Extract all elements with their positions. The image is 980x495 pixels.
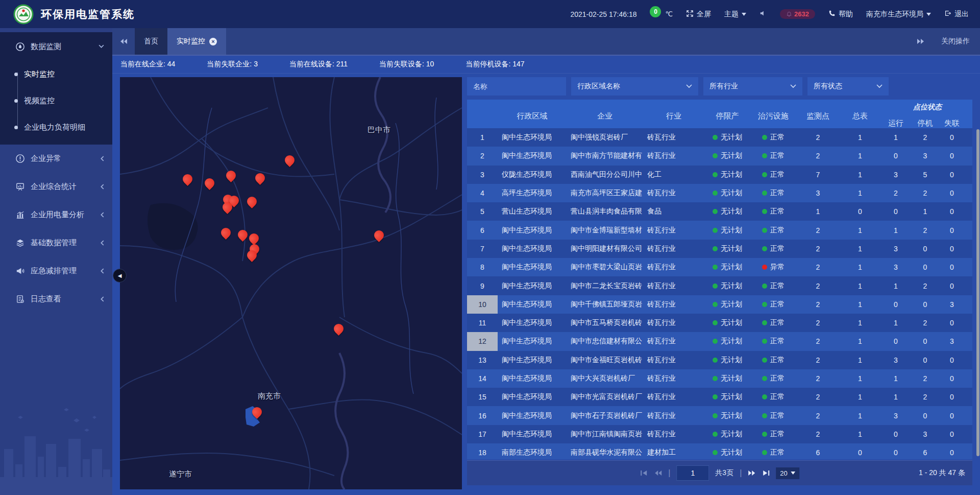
cell-points: 2 <box>796 332 840 350</box>
region-filter-select[interactable]: 行政区域名称 <box>571 77 698 96</box>
cell-company: 阆中市石子页岩机砖厂 <box>567 406 643 425</box>
next-page-button[interactable] <box>748 470 756 476</box>
cell-lost: 3 <box>939 295 965 314</box>
cell-lost: 0 <box>939 369 965 388</box>
map-city-label: 巴中市 <box>368 125 390 135</box>
table-row[interactable]: 4高坪生态环境局南充市高坪区王家店建砖瓦行业无计划正常31220 <box>467 184 972 202</box>
cell-company: 营山县润丰肉食品有限 <box>567 202 643 221</box>
cell-region: 阆中生态环境局 <box>498 314 567 332</box>
cell-stop-status: 无计划 <box>704 351 750 369</box>
table-row[interactable]: 5营山生态环境局营山县润丰肉食品有限食品无计划正常10010 <box>467 202 972 221</box>
table-row[interactable]: 13阆中生态环境局阆中市金福旺页岩机砖砖瓦行业无计划正常21300 <box>467 351 972 369</box>
name-filter-input[interactable] <box>467 77 566 96</box>
table-row[interactable]: 12阆中生态环境局阆中市忠信建材有限公砖瓦行业无计划正常21003 <box>467 332 972 350</box>
cell-company: 阆中千佛镇五郎垭页岩 <box>567 295 643 314</box>
table-row[interactable]: 15阆中生态环境局阆中市光富页岩机砖厂砖瓦行业无计划正常21120 <box>467 388 972 406</box>
fullscreen-button[interactable]: 全屏 <box>686 10 711 19</box>
close-icon[interactable]: × <box>209 38 217 45</box>
close-operations-button[interactable]: 关闭操作 <box>941 37 970 46</box>
row-number: 11 <box>467 314 498 332</box>
tab-home[interactable]: 首页 <box>135 28 167 55</box>
header-group-point-status: 点位状态 <box>887 103 968 112</box>
row-number: 6 <box>467 221 498 239</box>
help-button[interactable]: 帮助 <box>828 10 853 19</box>
status-filter-select[interactable]: 所有状态 <box>807 77 889 96</box>
first-page-button[interactable] <box>640 470 648 476</box>
status-dot-icon <box>762 376 767 381</box>
cell-stop-status: 无计划 <box>704 221 750 239</box>
sidebar-item-power-load-detail[interactable]: 企业电力负荷明细 <box>0 114 112 140</box>
table-row[interactable]: 16阆中生态环境局阆中市石子页岩机砖厂砖瓦行业无计划正常21300 <box>467 406 972 425</box>
table-scrollbar[interactable] <box>976 129 979 456</box>
tabs-scroll-left-button[interactable] <box>112 28 135 55</box>
sidebar-group-data-monitoring[interactable]: 数据监测 <box>0 32 112 61</box>
sidebar-group-log-view[interactable]: 日志查看 <box>0 285 112 313</box>
notification-badge[interactable]: 2632 <box>780 9 815 19</box>
main-area: 数据监测实时监控视频监控企业电力负荷明细企业异常企业综合统计企业用电量分析基础数… <box>0 28 980 495</box>
table-row[interactable]: 3仪陇生态环境局西南油气田分公司川中化工无计划正常71350 <box>467 166 972 184</box>
table-row[interactable]: 10阆中生态环境局阆中千佛镇五郎垭页岩砖瓦行业无计划正常21003 <box>467 295 972 314</box>
cell-lost: 0 <box>939 276 965 295</box>
table-row[interactable]: 17阆中生态环境局阆中市江南镇阆南页岩砖瓦行业无计划正常21030 <box>467 425 972 443</box>
status-dot-icon <box>713 246 718 251</box>
pagination-bar: | 共3页 | 20 <box>467 460 972 485</box>
sidebar-group-enterprise-stats[interactable]: 企业综合统计 <box>0 173 112 201</box>
cell-stop-status: 无计划 <box>704 276 750 295</box>
sidebar-item-realtime-monitoring[interactable]: 实时监控 <box>0 61 112 87</box>
table-row[interactable]: 18南部生态环境局南部县砚华水泥有限公建材加工无计划正常60060 <box>467 443 972 459</box>
tabs-scroll-right-button[interactable] <box>910 38 932 44</box>
right-panel: 行政区域名称 所有行业 所有状态 <box>467 77 972 495</box>
org-menu[interactable]: 南充市生态环境局 <box>866 10 931 19</box>
table-row[interactable]: 14阆中生态环境局阆中大兴页岩机砖厂砖瓦行业无计划正常21120 <box>467 369 972 388</box>
mute-button[interactable] <box>760 10 767 18</box>
row-number: 13 <box>467 351 498 369</box>
cell-run: 1 <box>880 276 911 295</box>
table-row[interactable]: 8阆中生态环境局阆中市枣碧大梁山页岩砖瓦行业无计划异常21300 <box>467 258 972 276</box>
cell-run: 1 <box>880 314 911 332</box>
status-dot-icon <box>762 228 767 233</box>
cell-run: 1 <box>880 388 911 406</box>
industry-filter-select[interactable]: 所有行业 <box>703 77 802 96</box>
sidebar-item-video-monitoring[interactable]: 视频监控 <box>0 87 112 114</box>
sidebar-menu: 数据监测实时监控视频监控企业电力负荷明细企业异常企业综合统计企业用电量分析基础数… <box>0 32 112 313</box>
temperature-widget: 0 ℃ <box>650 10 673 18</box>
cell-industry: 砖瓦行业 <box>643 184 704 202</box>
sidebar-collapse-button[interactable]: ◀ <box>113 269 127 282</box>
row-number: 14 <box>467 369 498 388</box>
sidebar-group-emergency-reduction[interactable]: 应急减排管理 <box>0 257 112 285</box>
table-row[interactable]: 11阆中生态环境局阆中市五马桥页岩机砖砖瓦行业无计划正常21120 <box>467 314 972 332</box>
page-size-select[interactable]: 20 <box>776 467 799 479</box>
total-pages-label: 共3页 <box>715 468 733 478</box>
sidebar-group-base-data-management[interactable]: 基础数据管理 <box>0 229 112 257</box>
cell-stop-status: 无计划 <box>704 443 750 459</box>
temperature-badge: 0 <box>650 6 661 17</box>
cell-industry: 砖瓦行业 <box>643 258 704 276</box>
cell-run: 3 <box>880 351 911 369</box>
last-page-button[interactable] <box>762 470 770 476</box>
cell-halt: 3 <box>911 147 939 165</box>
cell-lost: 0 <box>939 314 965 332</box>
sidebar-group-enterprise-abnormal[interactable]: 企业异常 <box>0 145 112 173</box>
region-filter-value: 行政区域名称 <box>577 82 620 91</box>
tab-realtime-monitoring[interactable]: 实时监控 × <box>167 28 226 55</box>
table-row[interactable]: 7阆中生态环境局阆中明阳建材有限公司砖瓦行业无计划正常21300 <box>467 240 972 258</box>
page-number-input[interactable] <box>676 465 709 481</box>
theme-menu[interactable]: 主题 <box>724 10 746 19</box>
stats-board-icon <box>15 182 26 192</box>
status-dot-icon <box>762 135 767 140</box>
table-row[interactable]: 6阆中生态环境局阆中市金博瑞新型墙材砖瓦行业无计划正常21120 <box>467 221 972 239</box>
stat-item: 当前在线企业: 44 <box>120 60 175 69</box>
logout-button[interactable]: 退出 <box>944 10 969 19</box>
stat-item: 当前在线设备: 211 <box>289 60 348 69</box>
cell-points: 2 <box>796 369 840 388</box>
prev-page-button[interactable] <box>654 470 662 476</box>
cell-industry: 砖瓦行业 <box>643 406 704 425</box>
cell-region: 阆中生态环境局 <box>498 388 567 406</box>
sidebar-group-power-usage-analysis[interactable]: 企业用电量分析 <box>0 201 112 229</box>
status-dot-icon <box>713 320 718 325</box>
industry-filter-value: 所有行业 <box>709 82 738 91</box>
cell-meters: 1 <box>840 184 880 202</box>
map-panel[interactable]: 巴中市南充市遂宁市 <box>120 77 462 489</box>
table-row[interactable]: 2阆中生态环境局阆中市南方节能建材有砖瓦行业无计划正常21030 <box>467 147 972 165</box>
table-row[interactable]: 9阆中生态环境局阆中市二龙长宝页岩砖砖瓦行业无计划正常21120 <box>467 276 972 295</box>
